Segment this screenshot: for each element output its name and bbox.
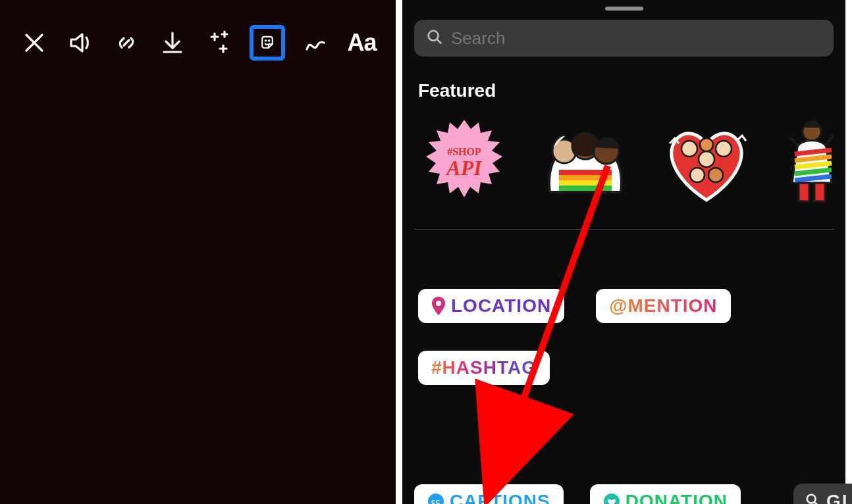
location-sticker[interactable]: LOCATION	[418, 289, 564, 323]
cc-icon: cc	[427, 493, 444, 504]
mention-label: @MENTION	[609, 295, 717, 316]
svg-point-21	[807, 495, 816, 503]
featured-row: #SHOP API	[414, 114, 834, 207]
draw-icon[interactable]	[300, 25, 331, 61]
shop-api-line2: API	[445, 156, 483, 180]
search-input[interactable]	[451, 28, 822, 49]
location-label: LOCATION	[451, 295, 551, 316]
captions-sticker[interactable]: cc CAPTIONS	[414, 484, 564, 504]
sticker-options-row-1: LOCATION @MENTION #HASHTAG	[414, 230, 834, 385]
svg-point-11	[690, 168, 705, 182]
captions-label: CAPTIONS	[450, 491, 550, 504]
svg-point-13	[700, 138, 713, 151]
search-icon	[805, 491, 820, 504]
svg-point-8	[681, 141, 697, 157]
svg-rect-16	[814, 183, 825, 201]
featured-heading: Featured	[418, 80, 834, 101]
story-editor-panel: Aa	[0, 0, 402, 504]
download-icon[interactable]	[157, 25, 188, 61]
search-field[interactable]	[414, 20, 834, 57]
hashtag-label: #HASHTAG	[431, 357, 537, 378]
mention-sticker[interactable]: @MENTION	[596, 289, 730, 323]
location-pin-icon	[431, 297, 446, 315]
text-tool-label: Aa	[347, 29, 376, 57]
text-tool-icon[interactable]: Aa	[346, 25, 377, 61]
stickers-icon[interactable]	[250, 25, 285, 61]
featured-sticker-dancer[interactable]	[782, 114, 834, 207]
story-toolbar: Aa	[0, 0, 396, 61]
gif-search-button[interactable]: GI	[793, 484, 852, 504]
svg-rect-15	[799, 183, 809, 201]
search-icon	[426, 28, 443, 48]
svg-point-0	[265, 40, 266, 41]
audio-icon[interactable]	[65, 25, 95, 61]
svg-point-12	[708, 168, 723, 182]
close-icon[interactable]	[18, 25, 49, 61]
effects-icon[interactable]	[203, 25, 234, 61]
heart-circle-icon	[603, 493, 620, 504]
svg-point-10	[716, 141, 732, 157]
link-icon[interactable]	[111, 25, 142, 61]
svg-text:cc: cc	[431, 497, 440, 504]
sticker-drawer-panel: Featured #SHOP API	[402, 0, 845, 504]
featured-sticker-family[interactable]	[539, 114, 631, 207]
sticker-options-row-2: cc CAPTIONS DONATION GI	[414, 484, 834, 504]
featured-sticker-heart-group[interactable]	[660, 114, 753, 207]
svg-point-9	[699, 151, 714, 167]
featured-sticker-shop-api[interactable]: #SHOP API	[418, 114, 510, 207]
drawer-grabber[interactable]	[605, 7, 643, 11]
svg-point-2	[429, 31, 439, 41]
donation-sticker[interactable]: DONATION	[590, 484, 741, 504]
hashtag-sticker[interactable]: #HASHTAG	[418, 351, 550, 385]
gif-label: GI	[826, 491, 849, 504]
svg-point-1	[269, 40, 270, 41]
svg-point-17	[436, 301, 441, 306]
donation-label: DONATION	[626, 491, 728, 504]
